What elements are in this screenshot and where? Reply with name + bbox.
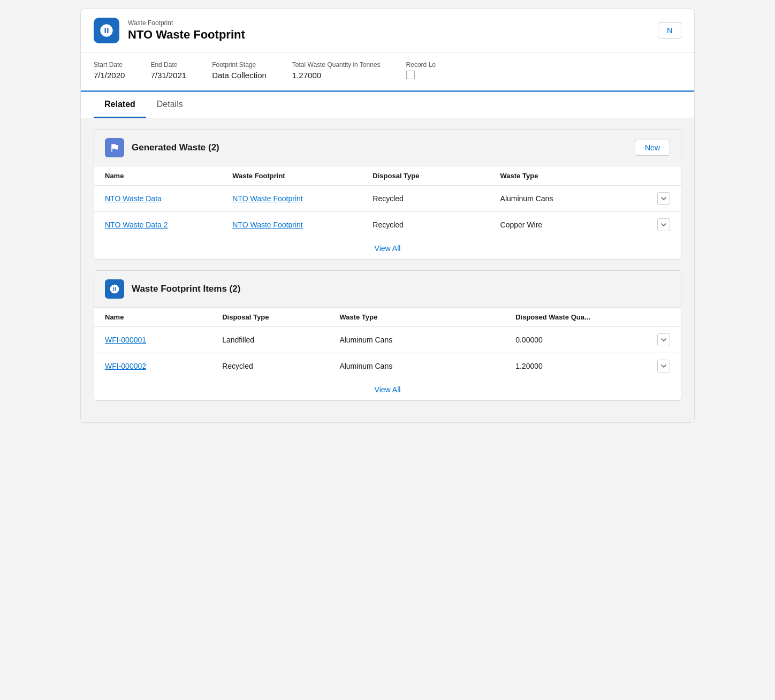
start-date-label: Start Date bbox=[94, 61, 125, 69]
wfi-dropdown-arrow[interactable] bbox=[657, 333, 670, 346]
col-header-waste-footprint: Waste Footprint bbox=[222, 166, 362, 186]
waste-footprint-items-section: Waste Footprint Items (2) Name Disposal … bbox=[94, 270, 681, 401]
wfi-name-cell: WFI-000001 bbox=[94, 327, 211, 353]
generated-waste-header-left: Generated Waste (2) bbox=[105, 138, 219, 157]
col-header-waste-type: Waste Type bbox=[490, 166, 681, 186]
tab-related[interactable]: Related bbox=[94, 92, 146, 118]
gw-waste-footprint-cell: NTO Waste Footprint bbox=[222, 212, 362, 238]
gw-dropdown-arrow[interactable] bbox=[657, 192, 670, 205]
wfi-col-header-name: Name bbox=[94, 308, 211, 327]
generated-waste-header: Generated Waste (2) New bbox=[94, 130, 681, 166]
generated-waste-section: Generated Waste (2) New Name Waste Footp… bbox=[94, 129, 681, 260]
wfi-col-header-quantity: Disposed Waste Qua... bbox=[505, 308, 681, 327]
col-header-disposal-type: Disposal Type bbox=[362, 166, 489, 186]
header-title-group: Waste Footprint NTO Waste Footprint bbox=[128, 19, 245, 42]
wfi-quantity-cell: 0.00000 bbox=[505, 327, 681, 353]
gw-waste-footprint-link[interactable]: NTO Waste Footprint bbox=[232, 194, 302, 203]
generated-waste-header-row: Name Waste Footprint Disposal Type Waste… bbox=[94, 166, 681, 186]
footprint-stage-value: Data Collection bbox=[212, 71, 267, 80]
generated-waste-new-button[interactable]: New bbox=[635, 140, 670, 156]
footprint-stage-label: Footprint Stage bbox=[212, 61, 267, 69]
tab-details[interactable]: Details bbox=[146, 92, 194, 118]
gw-waste-type-cell: Aluminum Cans bbox=[490, 186, 681, 212]
generated-waste-view-all-row: View All bbox=[94, 238, 681, 259]
wfi-col-header-disposal-type: Disposal Type bbox=[211, 308, 329, 327]
gw-dropdown-arrow[interactable] bbox=[657, 218, 670, 231]
table-row: WFI-000002 Recycled Aluminum Cans 1.2000… bbox=[94, 353, 681, 379]
waste-footprint-items-title: Waste Footprint Items (2) bbox=[132, 284, 240, 294]
table-row: WFI-000001 Landfilled Aluminum Cans 0.00… bbox=[94, 327, 681, 353]
wfi-quantity-value: 1.20000 bbox=[515, 362, 543, 370]
wfi-dropdown-arrow[interactable] bbox=[657, 360, 670, 372]
header-left: Waste Footprint NTO Waste Footprint bbox=[94, 18, 245, 43]
gw-waste-type-value: Copper Wire bbox=[500, 220, 543, 229]
gw-disposal-type-cell: Recycled bbox=[362, 186, 489, 212]
waste-footprint-items-header-left: Waste Footprint Items (2) bbox=[105, 279, 240, 299]
waste-footprint-items-view-all[interactable]: View All bbox=[375, 385, 401, 394]
footprint-stage-field: Footprint Stage Data Collection bbox=[212, 61, 267, 80]
wfi-name-link[interactable]: WFI-000001 bbox=[105, 336, 146, 344]
gw-name-link[interactable]: NTO Waste Data 2 bbox=[105, 220, 168, 229]
gw-waste-type-cell: Copper Wire bbox=[490, 212, 681, 238]
waste-footprint-items-view-all-row: View All bbox=[94, 379, 681, 400]
waste-footprint-items-header: Waste Footprint Items (2) bbox=[94, 271, 681, 308]
total-waste-label: Total Waste Quantity in Tonnes bbox=[292, 61, 381, 69]
generated-waste-icon bbox=[105, 138, 124, 157]
wfi-waste-type-cell: Aluminum Cans bbox=[329, 353, 505, 379]
wfi-disposal-type-cell: Recycled bbox=[211, 353, 329, 379]
waste-footprint-items-table: Name Disposal Type Waste Type Disposed W… bbox=[94, 308, 681, 379]
generated-waste-view-all[interactable]: View All bbox=[375, 244, 401, 253]
wfi-name-cell: WFI-000002 bbox=[94, 353, 211, 379]
tabs: Related Details bbox=[94, 92, 681, 118]
wfi-quantity-value: 0.00000 bbox=[515, 336, 543, 344]
end-date-field: End Date 7/31/2021 bbox=[150, 61, 186, 80]
generated-waste-title: Generated Waste (2) bbox=[132, 142, 219, 153]
header-new-button[interactable]: N bbox=[658, 22, 681, 39]
page-title: NTO Waste Footprint bbox=[128, 28, 245, 42]
wfi-col-header-waste-type: Waste Type bbox=[329, 308, 505, 327]
gw-waste-type-value: Aluminum Cans bbox=[500, 194, 553, 203]
wfi-disposal-type-cell: Landfilled bbox=[211, 327, 329, 353]
record-locked-field: Record Lo bbox=[406, 61, 436, 80]
wfi-name-link[interactable]: WFI-000002 bbox=[105, 362, 146, 370]
gw-disposal-type-cell: Recycled bbox=[362, 212, 489, 238]
start-date-value: 7/1/2020 bbox=[94, 71, 125, 80]
gw-name-cell: NTO Waste Data bbox=[94, 186, 222, 212]
fields-row: Start Date 7/1/2020 End Date 7/31/2021 F… bbox=[81, 52, 694, 92]
wfi-waste-type-cell: Aluminum Cans bbox=[329, 327, 505, 353]
end-date-value: 7/31/2021 bbox=[150, 71, 186, 80]
main-content: Generated Waste (2) New Name Waste Footp… bbox=[81, 118, 694, 422]
record-locked-checkbox[interactable] bbox=[406, 71, 415, 79]
wfi-quantity-cell: 1.20000 bbox=[505, 353, 681, 379]
gw-waste-footprint-link[interactable]: NTO Waste Footprint bbox=[232, 220, 302, 229]
app-icon bbox=[94, 18, 119, 43]
total-waste-value: 1.27000 bbox=[292, 71, 381, 80]
waste-footprint-items-header-row: Name Disposal Type Waste Type Disposed W… bbox=[94, 308, 681, 327]
start-date-field: Start Date 7/1/2020 bbox=[94, 61, 125, 80]
tabs-section: Related Details bbox=[81, 92, 694, 118]
gw-waste-footprint-cell: NTO Waste Footprint bbox=[222, 186, 362, 212]
gw-name-link[interactable]: NTO Waste Data bbox=[105, 194, 162, 203]
table-row: NTO Waste Data NTO Waste Footprint Recyc… bbox=[94, 186, 681, 212]
record-locked-label: Record Lo bbox=[406, 61, 436, 69]
col-header-name: Name bbox=[94, 166, 222, 186]
generated-waste-table: Name Waste Footprint Disposal Type Waste… bbox=[94, 166, 681, 238]
gw-name-cell: NTO Waste Data 2 bbox=[94, 212, 222, 238]
end-date-label: End Date bbox=[150, 61, 186, 69]
page-header: Waste Footprint NTO Waste Footprint N bbox=[81, 9, 694, 52]
header-right: N bbox=[658, 22, 681, 39]
total-waste-field: Total Waste Quantity in Tonnes 1.27000 bbox=[292, 61, 381, 80]
waste-footprint-items-icon bbox=[105, 279, 124, 299]
header-subtitle: Waste Footprint bbox=[128, 19, 245, 27]
table-row: NTO Waste Data 2 NTO Waste Footprint Rec… bbox=[94, 212, 681, 238]
